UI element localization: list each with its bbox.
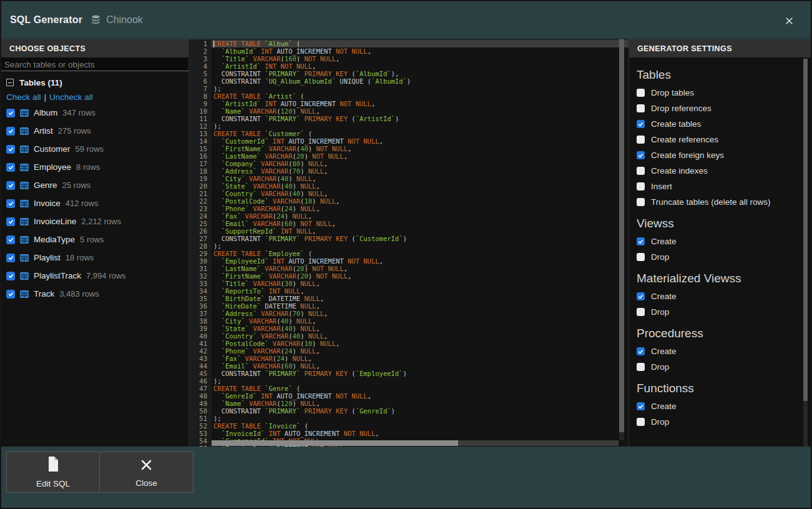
code-line[interactable]: `EmployeeId` INT AUTO_INCREMENT NOT NULL… xyxy=(212,257,629,265)
code-line[interactable]: `FirstName` VARCHAR(20) NOT NULL, xyxy=(212,272,629,280)
sql-editor[interactable]: 1234567891011121314151617181920212223242… xyxy=(188,39,629,447)
code-line[interactable]: ); xyxy=(212,377,629,385)
code-line[interactable]: CREATE TABLE `Employee` ( xyxy=(212,250,629,257)
settings-checkbox[interactable] xyxy=(637,198,645,206)
code-line[interactable]: `Email` VARCHAR(60) NULL, xyxy=(212,362,629,370)
code-line[interactable]: `ArtistId` INT NOT NULL, xyxy=(212,62,629,70)
settings-checkbox[interactable] xyxy=(637,402,645,410)
settings-checkbox[interactable] xyxy=(637,363,645,371)
settings-checkbox[interactable] xyxy=(637,167,645,175)
settings-sections: TablesDrop tablesDrop referencesCreate t… xyxy=(629,58,811,446)
code-line[interactable]: `Address` VARCHAR(70) NULL, xyxy=(212,310,629,317)
code-line[interactable]: `Country` VARCHAR(40) NULL, xyxy=(212,190,629,197)
editor-vertical-scrollbar[interactable] xyxy=(619,39,624,440)
code-line[interactable]: `BirthDate` DATETIME NULL, xyxy=(212,295,629,302)
code-line[interactable]: `PostalCode` VARCHAR(10) NULL, xyxy=(212,197,629,205)
code-line[interactable]: `ArtistId` INT AUTO_INCREMENT NOT NULL, xyxy=(212,100,629,107)
code-line[interactable]: `State` VARCHAR(40) NULL, xyxy=(212,325,629,332)
code-line[interactable]: ); xyxy=(212,85,629,92)
settings-checkbox[interactable] xyxy=(637,308,645,316)
code-line[interactable]: `Company` VARCHAR(80) NULL, xyxy=(212,160,629,167)
code-line[interactable]: CONSTRAINT `UQ_Album_AlbumId` UNIQUE (`A… xyxy=(212,77,629,85)
code-area[interactable]: CREATE TABLE `Album` ( `AlbumId` INT AUT… xyxy=(212,39,629,447)
code-line[interactable]: `PostalCode` VARCHAR(10) NULL, xyxy=(212,340,629,347)
code-line[interactable]: CREATE TABLE `Album` ( xyxy=(212,40,629,47)
settings-checkbox[interactable] xyxy=(637,151,645,159)
line-number: 52 xyxy=(189,422,207,430)
collapse-icon[interactable] xyxy=(6,79,14,86)
table-checkbox[interactable] xyxy=(6,109,15,117)
settings-checkbox[interactable] xyxy=(637,253,645,261)
table-checkbox[interactable] xyxy=(6,290,15,299)
code-line[interactable]: ); xyxy=(212,122,629,130)
code-line[interactable]: `ReportsTo` INT NULL, xyxy=(212,287,629,295)
code-line[interactable]: CREATE TABLE `Invoice` ( xyxy=(212,422,629,430)
settings-checkbox[interactable] xyxy=(637,120,645,128)
table-checkbox[interactable] xyxy=(6,199,15,208)
settings-vertical-scrollbar[interactable] xyxy=(803,59,808,447)
table-checkbox[interactable] xyxy=(6,235,15,244)
code-line[interactable]: `SupportRepId` INT NULL, xyxy=(212,227,629,235)
code-line[interactable]: CREATE TABLE `Artist` ( xyxy=(212,92,629,100)
code-line[interactable]: `City` VARCHAR(40) NULL, xyxy=(212,175,629,182)
settings-checkbox[interactable] xyxy=(637,292,645,300)
code-line[interactable]: `City` VARCHAR(40) NULL, xyxy=(212,317,629,325)
search-input[interactable] xyxy=(1,58,188,71)
settings-checkbox[interactable] xyxy=(637,89,645,97)
code-line[interactable]: `LastName` VARCHAR(20) NOT NULL, xyxy=(212,152,629,160)
settings-checkbox[interactable] xyxy=(637,104,645,112)
code-line[interactable]: ); xyxy=(212,242,629,250)
check-all-link[interactable]: Check all xyxy=(6,92,41,102)
table-checkbox[interactable] xyxy=(6,254,15,262)
table-checkbox[interactable] xyxy=(6,127,15,136)
code-line[interactable]: `State` VARCHAR(40) NULL, xyxy=(212,182,629,190)
code-line[interactable]: CONSTRAINT `PRIMARY` PRIMARY KEY (`Genre… xyxy=(212,407,629,415)
code-line[interactable]: `InvoiceId` INT AUTO_INCREMENT NOT NULL, xyxy=(212,430,629,437)
code-line[interactable]: `GenreId` INT AUTO_INCREMENT NOT NULL, xyxy=(212,392,629,400)
line-number: 20 xyxy=(189,182,207,190)
line-number: 26 xyxy=(189,227,207,235)
code-line[interactable]: `Phone` VARCHAR(24) NULL, xyxy=(212,205,629,212)
code-line[interactable]: `Email` VARCHAR(60) NOT NULL, xyxy=(212,220,629,227)
settings-checkbox[interactable] xyxy=(637,237,645,245)
tables-list: Album347 rowsArtist275 rowsCustomer59 ro… xyxy=(6,104,188,303)
code-line[interactable]: `Title` VARCHAR(30) NULL, xyxy=(212,280,629,287)
code-line[interactable]: `Name` VARCHAR(120) NULL, xyxy=(212,400,629,407)
code-line[interactable]: `Phone` VARCHAR(24) NULL, xyxy=(212,347,629,355)
settings-option: Drop xyxy=(637,252,795,262)
uncheck-all-link[interactable]: Uncheck all xyxy=(49,92,93,102)
code-line[interactable]: CONSTRAINT `PRIMARY` PRIMARY KEY (`Emplo… xyxy=(212,370,629,377)
dialog-close-icon[interactable] xyxy=(783,15,795,26)
code-line[interactable]: CREATE TABLE `Genre` ( xyxy=(212,385,629,392)
code-line[interactable]: `Fax` VARCHAR(24) NULL, xyxy=(212,212,629,220)
code-line[interactable]: `LastName` VARCHAR(20) NOT NULL, xyxy=(212,265,629,272)
code-line[interactable]: `Title` VARCHAR(160) NOT NULL, xyxy=(212,55,629,62)
code-line[interactable]: ); xyxy=(212,415,629,422)
edit-sql-button[interactable]: Edit SQL xyxy=(6,452,100,493)
code-line[interactable]: `Name` VARCHAR(120) NULL, xyxy=(212,107,629,115)
table-name: Playlist xyxy=(34,253,61,262)
table-checkbox[interactable] xyxy=(6,181,15,190)
table-checkbox[interactable] xyxy=(6,163,15,172)
code-line[interactable]: `Country` VARCHAR(40) NULL, xyxy=(212,332,629,340)
settings-checkbox[interactable] xyxy=(637,347,645,355)
code-line[interactable]: `AlbumId` INT AUTO_INCREMENT NOT NULL, xyxy=(212,47,629,55)
code-line[interactable]: `Address` VARCHAR(70) NULL, xyxy=(212,167,629,175)
table-row-count: 275 rows xyxy=(58,126,91,136)
table-checkbox[interactable] xyxy=(6,145,15,154)
table-checkbox[interactable] xyxy=(6,217,15,226)
code-line[interactable]: CONSTRAINT `PRIMARY` PRIMARY KEY (`Custo… xyxy=(212,235,629,242)
code-line[interactable]: `HireDate` DATETIME NULL, xyxy=(212,302,629,310)
generator-settings-header: GENERATOR SETTINGS xyxy=(629,39,811,58)
close-button[interactable]: Close xyxy=(100,452,193,493)
code-line[interactable]: `CustomerId` INT AUTO_INCREMENT NOT NULL… xyxy=(212,137,629,145)
code-line[interactable]: CREATE TABLE `Customer` ( xyxy=(212,130,629,137)
code-line[interactable]: CONSTRAINT `PRIMARY` PRIMARY KEY (`Artis… xyxy=(212,115,629,122)
settings-checkbox[interactable] xyxy=(637,136,645,144)
settings-checkbox[interactable] xyxy=(637,182,645,190)
code-line[interactable]: CONSTRAINT `PRIMARY` PRIMARY KEY (`Album… xyxy=(212,70,629,77)
code-line[interactable]: `FirstName` VARCHAR(40) NOT NULL, xyxy=(212,145,629,152)
table-checkbox[interactable] xyxy=(6,272,15,280)
settings-checkbox[interactable] xyxy=(637,418,645,426)
code-line[interactable]: `Fax` VARCHAR(24) NULL, xyxy=(212,355,629,362)
